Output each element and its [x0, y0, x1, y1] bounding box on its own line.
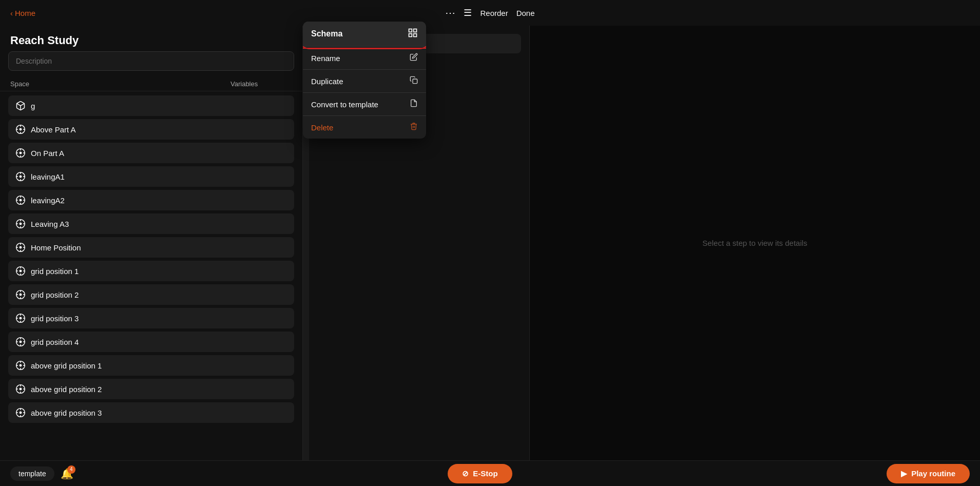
crosshair-icon: [15, 407, 26, 418]
crosshair-icon: [15, 219, 26, 229]
space-column-header: Space: [10, 80, 230, 88]
play-label: Play routine: [911, 469, 955, 478]
crosshair-icon: [15, 171, 26, 182]
rename-icon: [410, 53, 418, 63]
spaces-list: g Above Part A On Part A: [0, 91, 302, 460]
space-item-above-grid-3[interactable]: above grid position 3: [8, 402, 294, 423]
dots-icon: ⋯: [445, 7, 455, 18]
select-step-placeholder: Select a step to view its details: [702, 239, 807, 247]
svg-point-6: [20, 128, 21, 130]
space-item-label: grid position 3: [31, 314, 79, 323]
svg-rect-80: [414, 29, 417, 32]
space-item-grid-position-3[interactable]: grid position 3: [8, 308, 294, 328]
done-button[interactable]: Done: [516, 9, 535, 17]
space-item-label: above grid position 2: [31, 385, 102, 394]
crosshair-icon: [15, 242, 26, 252]
svg-point-24: [20, 199, 21, 201]
svg-point-78: [20, 412, 21, 413]
svg-point-48: [20, 294, 21, 295]
dropdown-overlay: Schema Rename Duplicate: [303, 22, 426, 139]
notification-badge: 4: [67, 465, 75, 474]
crosshair-icon: [15, 195, 26, 205]
space-item-grid-position-4[interactable]: grid position 4: [8, 332, 294, 352]
schema-label: Schema: [311, 29, 342, 38]
duplicate-item[interactable]: Duplicate: [303, 70, 426, 92]
estop-icon: ⊘: [462, 469, 469, 478]
more-options-button[interactable]: ⋯: [445, 7, 455, 19]
bottom-bar: template 🔔 4 ⊘ E-Stop ▶ Play routine: [0, 460, 980, 486]
space-item-label: On Part A: [31, 149, 64, 158]
trash-icon: [410, 122, 418, 132]
space-item-grid-position-2[interactable]: grid position 2: [8, 284, 294, 305]
estop-button[interactable]: ⊘ E-Stop: [448, 464, 512, 483]
duplicate-label: Duplicate: [311, 77, 343, 86]
home-label: Home: [15, 9, 35, 17]
home-link[interactable]: ‹ Home: [10, 9, 35, 17]
space-item-above-grid-1[interactable]: above grid position 1: [8, 355, 294, 376]
play-icon: ▶: [901, 469, 907, 478]
convert-icon: [410, 99, 418, 109]
space-item-label: Leaving A3: [31, 220, 69, 228]
space-item-label: above grid position 3: [31, 409, 102, 417]
dropdown-menu: Schema Rename Duplicate: [303, 22, 426, 139]
crosshair-icon: [15, 266, 26, 276]
delete-item[interactable]: Delete: [303, 116, 426, 139]
hamburger-icon: ☰: [464, 7, 472, 18]
duplicate-icon: [410, 76, 418, 86]
space-item-label: leavingA2: [31, 196, 65, 205]
left-panel: Reach Study Space Variables g Above Part…: [0, 26, 303, 460]
estop-label: E-Stop: [473, 469, 497, 478]
rename-item[interactable]: Rename: [303, 47, 426, 69]
header: ‹ Home ⋯ ☰ Reorder Done: [0, 0, 980, 26]
space-item-leavingA2[interactable]: leavingA2: [8, 190, 294, 210]
svg-point-66: [20, 364, 21, 366]
space-item-leavingA1[interactable]: leavingA1: [8, 166, 294, 187]
svg-rect-82: [414, 34, 417, 37]
reorder-button[interactable]: Reorder: [480, 9, 508, 17]
crosshair-icon: [15, 384, 26, 394]
chevron-left-icon: ‹: [10, 9, 13, 17]
space-item-on-part-a[interactable]: On Part A: [8, 143, 294, 163]
svg-rect-83: [413, 79, 417, 84]
svg-rect-79: [409, 29, 412, 32]
svg-point-72: [20, 388, 21, 390]
svg-point-54: [20, 317, 21, 319]
space-item-label: grid position 2: [31, 290, 79, 299]
space-item-above-part-a[interactable]: Above Part A: [8, 119, 294, 140]
space-item-above-grid-2[interactable]: above grid position 2: [8, 379, 294, 399]
convert-label: Convert to template: [311, 100, 378, 109]
svg-point-36: [20, 246, 21, 248]
play-routine-button[interactable]: ▶ Play routine: [887, 464, 970, 483]
schema-icon: [408, 28, 418, 40]
delete-label: Delete: [311, 123, 333, 132]
space-item-label: grid position 1: [31, 267, 79, 276]
space-item-label: grid position 4: [31, 338, 79, 346]
crosshair-icon: [15, 337, 26, 347]
right-panel: Select a step to view its details: [530, 26, 980, 460]
cube-icon: [15, 101, 26, 111]
header-center: ⋯ ☰ Reorder Done: [445, 7, 534, 19]
description-input[interactable]: [8, 51, 294, 71]
svg-point-12: [20, 152, 21, 153]
columns-header: Space Variables: [0, 77, 302, 91]
space-item-label: g: [31, 102, 35, 110]
notification-button[interactable]: 🔔 4: [61, 468, 73, 480]
space-item-label: above grid position 1: [31, 361, 102, 370]
dropdown-schema-header: Schema: [303, 22, 426, 47]
space-item-grid-position-1[interactable]: grid position 1: [8, 261, 294, 281]
svg-point-18: [20, 176, 21, 177]
convert-template-item[interactable]: Convert to template: [303, 93, 426, 115]
space-item-g[interactable]: g: [8, 95, 294, 116]
header-left: ‹ Home: [10, 9, 35, 17]
space-item-label: Above Part A: [31, 125, 76, 134]
crosshair-icon: [15, 124, 26, 134]
space-item-leaving-a3[interactable]: Leaving A3: [8, 213, 294, 234]
crosshair-icon: [15, 148, 26, 158]
crosshair-icon: [15, 289, 26, 300]
svg-point-42: [20, 270, 21, 271]
space-item-home-position[interactable]: Home Position: [8, 237, 294, 258]
variables-column-header: Variables: [230, 80, 292, 88]
template-label: template: [10, 466, 54, 481]
svg-point-30: [20, 223, 21, 224]
rename-label: Rename: [311, 54, 340, 63]
